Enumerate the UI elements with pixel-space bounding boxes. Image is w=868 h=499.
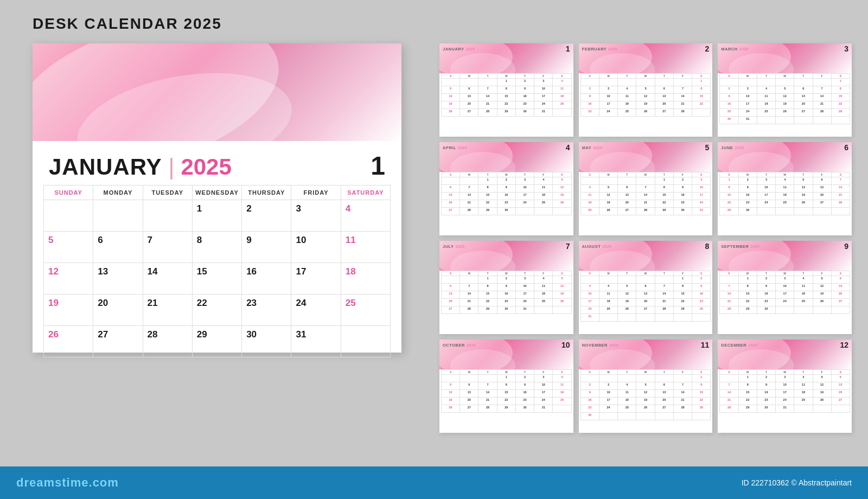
small-cal-cell: 9 [692,284,711,291]
small-cal-cell: 10 [692,185,711,193]
small-calendar-march: MARCH20253SMTWTFS12345678910111213141516… [718,43,852,137]
small-cal-month: JUNE [721,145,733,150]
small-cal-header-art: SEPTEMBER20259 [718,241,852,271]
large-cal-cell: 19 [44,295,93,326]
small-cal-cell: 15 [478,193,497,200]
small-day-header: S [692,370,711,375]
small-day-header: W [497,172,516,177]
large-cal-cell: 11 [341,232,391,263]
month-number: 1 [371,151,385,181]
small-cal-cell: 7 [832,177,850,185]
small-day-header: M [460,74,478,79]
small-cal-cell: 25 [794,398,813,405]
small-cal-cell: 9 [720,94,738,101]
small-day-header: M [599,271,618,276]
small-cal-year: 2025 [465,47,475,52]
small-cal-cell: 13 [655,390,674,398]
small-cal-cell [655,276,674,284]
small-cal-body: 1234567891011121314151617181920212223242… [580,177,711,215]
small-cal-cell: 10 [534,86,553,94]
small-cal-cell [739,79,757,86]
small-cal-cell: 17 [581,299,599,306]
small-cal-cell: 6 [460,86,478,94]
small-cal-cell: 17 [516,291,534,299]
small-cal-cell: 9 [497,185,516,193]
small-cal-year: 2025 [602,244,611,249]
small-cal-cell: 12 [553,185,571,193]
small-cal-title-row: JUNE20256 [718,142,852,152]
small-cal-cell: 25 [794,299,813,306]
small-cal-number: 7 [566,242,570,251]
large-cal-cell: 5 [44,232,93,263]
small-cal-cell: 12 [794,185,813,193]
small-cal-cell: 1 [692,79,711,86]
small-cal-cell: 22 [739,299,757,306]
small-cal-header-art: JUNE20256 [718,142,852,172]
small-cal-header-row: SMTWTFS [580,369,711,375]
small-cal-cell: 19 [813,291,832,299]
small-cal-cell: 12 [618,291,636,299]
small-cal-cell: 15 [497,94,516,101]
small-cal-cell: 27 [655,405,674,413]
small-cal-cell: 31 [739,117,757,124]
small-cal-cell: 13 [460,390,478,398]
small-cal-cell: 23 [674,200,692,208]
small-cal-cell: 25 [581,208,599,215]
small-day-header: F [674,74,692,79]
small-cal-cell: 24 [599,405,618,413]
small-cal-cell: 6 [832,276,850,284]
small-cal-cell: 4 [794,375,813,382]
small-day-header: S [553,271,571,276]
small-cal-cell [599,375,618,382]
small-cal-cell: 6 [442,185,460,193]
small-day-header: T [516,370,534,375]
small-cal-cell: 30 [757,306,776,314]
day-header-saturday: SATURDAY [341,185,391,200]
small-cal-cell: 14 [832,185,850,193]
small-cal-cell: 3 [599,86,618,94]
small-cal-cell: 7 [655,284,674,291]
small-cal-cell: 22 [739,398,757,405]
small-cal-cell: 10 [599,94,618,101]
small-cal-header-row: SMTWTFS [580,73,711,79]
small-cal-cell: 5 [813,375,832,382]
small-day-header: W [636,271,655,276]
small-cal-cell: 4 [553,375,571,382]
small-cal-body: 1234567891011121314151617181920212223242… [441,177,572,215]
small-day-header: S [553,74,571,79]
small-cal-cell: 17 [739,101,757,109]
small-cal-cell: 10 [776,382,794,390]
small-cal-header-row: SMTWTFS [719,369,850,375]
small-day-header: M [599,172,618,177]
small-cal-year: 2025 [455,244,464,249]
small-cal-year: 2025 [735,145,744,150]
small-cal-cell [674,375,692,382]
small-calendar-october: OCTOBER202510SMTWTFS12345678910111213141… [439,340,573,433]
small-cal-grid: SMTWTFS123456789101112131415161718192021… [439,172,573,215]
small-day-header: T [478,172,497,177]
large-cal-cell: 1 [193,200,242,232]
small-day-header: F [813,370,832,375]
small-day-header: W [497,271,516,276]
small-cal-cell: 27 [460,109,478,117]
small-cal-header-art: FEBRUARY20252 [579,43,713,73]
small-cal-cell: 1 [832,79,850,86]
small-cal-cell: 16 [692,291,711,299]
small-cal-cell: 3 [516,177,534,185]
small-cal-cell: 22 [497,101,516,109]
small-cal-cell: 31 [534,109,553,117]
small-cal-number: 1 [566,44,570,53]
small-cal-cell: 17 [776,291,794,299]
small-cal-cell: 14 [460,193,478,200]
small-day-header: T [794,271,813,276]
small-cal-cell: 8 [655,185,674,193]
small-day-header: S [720,172,738,177]
small-cal-cell: 30 [692,306,711,314]
small-cal-cell: 8 [720,185,738,193]
small-cal-cell: 21 [674,101,692,109]
small-day-header: T [794,74,813,79]
small-cal-month: NOVEMBER [582,343,608,348]
small-day-header: T [618,370,636,375]
small-cal-cell: 9 [516,86,534,94]
small-cal-cell: 31 [581,314,599,322]
